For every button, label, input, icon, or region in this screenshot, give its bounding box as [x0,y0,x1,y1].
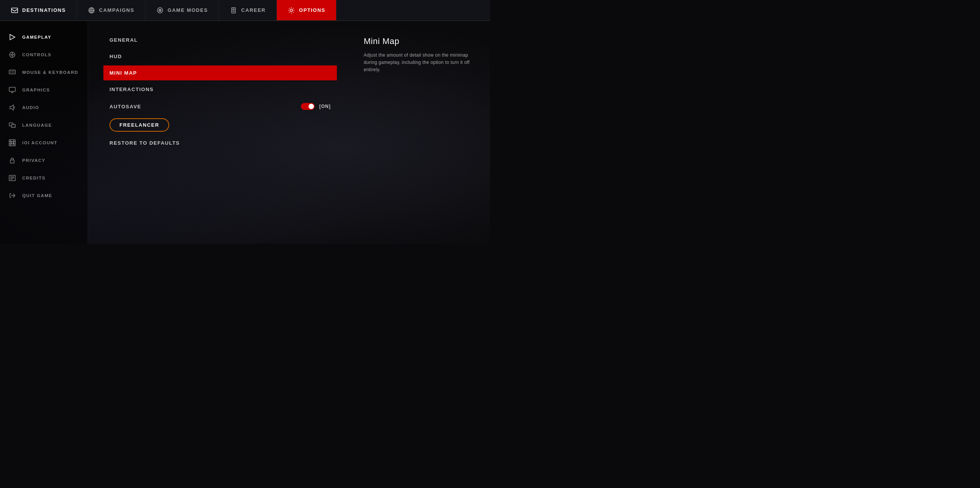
career-icon [230,7,237,14]
nav-career[interactable]: CAREER [219,0,277,20]
nav-game-modes[interactable]: GAME MODES [145,0,219,20]
sidebar-gameplay-label: GAMEPLAY [22,35,51,39]
autosave-toggle[interactable] [301,103,315,110]
options-label: OPTIONS [299,7,325,13]
nav-destinations[interactable]: DESTINATIONS [0,0,77,20]
campaigns-icon [88,7,95,14]
menu-general[interactable]: GENERAL [103,33,337,47]
svg-marker-12 [10,34,15,40]
menu-autosave[interactable]: AUTOSAVE [ON] [103,98,337,114]
top-navigation: DESTINATIONS CAMPAIGNS GAME MODES [0,0,490,21]
sidebar-item-quit-game[interactable]: QUIT GAME [0,187,88,204]
graphics-icon [8,85,17,95]
sidebar-item-language[interactable]: LANGUAGE [0,117,88,134]
campaigns-label: CAMPAIGNS [99,7,134,13]
sidebar-audio-label: AUDIO [22,105,39,110]
menu-interactions[interactable]: INTERACTIONS [103,82,337,97]
credits-icon [8,173,17,183]
sidebar-item-privacy[interactable]: PRIVACY [0,152,88,169]
toggle-knob [309,104,314,109]
sidebar-item-credits[interactable]: CREDITS [0,170,88,186]
svg-rect-32 [9,140,15,146]
language-icon [8,121,17,130]
detail-description: Adjust the amount of detail show on the … [364,52,479,74]
sidebar-item-mouse-keyboard[interactable]: MOUSE & KEYBOARD [0,64,88,81]
options-icon [287,7,295,14]
sidebar-item-graphics[interactable]: GRAPHICS [0,82,88,98]
freelancer-wrapper: FREELANCER [103,116,337,134]
svg-marker-29 [10,105,13,110]
svg-point-7 [160,10,160,11]
main-content: GAMEPLAY CONTROLS [0,21,490,244]
destinations-icon [11,7,18,14]
autosave-state-label: [ON] [319,104,331,109]
sidebar-item-ioi-account[interactable]: IOI ACCOUNT [0,134,88,151]
svg-rect-19 [9,70,15,74]
sidebar-graphics-label: GRAPHICS [22,88,50,92]
autosave-toggle-container: [ON] [301,103,331,110]
quit-game-icon [8,191,17,200]
nav-campaigns[interactable]: CAMPAIGNS [77,0,145,20]
privacy-icon [8,156,17,165]
menu-restore-defaults[interactable]: RESTORE TO DEFAULTS [103,135,337,150]
sidebar-item-audio[interactable]: AUDIO [0,99,88,116]
svg-rect-26 [9,87,15,91]
destinations-label: DESTINATIONS [22,7,66,13]
sidebar-ioi-label: IOI ACCOUNT [22,140,57,145]
sidebar-controls-label: CONTROLS [22,52,52,57]
sidebar-quit-label: QUIT GAME [22,193,52,198]
middle-panel: GENERAL HUD MINI MAP INTERACTIONS AUTOSA… [88,21,352,244]
svg-point-33 [11,142,13,144]
menu-hud[interactable]: HUD [103,49,337,64]
svg-rect-38 [10,160,14,163]
menu-freelancer[interactable]: FREELANCER [109,118,169,132]
game-modes-icon [156,7,164,14]
svg-point-11 [290,9,292,11]
svg-rect-31 [11,124,15,127]
sidebar-mouse-keyboard-label: MOUSE & KEYBOARD [22,70,78,75]
sidebar-item-controls[interactable]: CONTROLS [0,46,88,63]
autosave-label: AUTOSAVE [109,104,141,109]
sidebar-credits-label: CREDITS [22,176,46,180]
sidebar-language-label: LANGUAGE [22,123,52,127]
detail-title: Mini Map [364,36,479,46]
menu-mini-map[interactable]: MINI MAP [103,65,337,80]
audio-icon [8,103,17,112]
sidebar-item-gameplay[interactable]: GAMEPLAY [0,29,88,46]
ioi-account-icon [8,138,17,147]
sidebar-privacy-label: PRIVACY [22,158,46,163]
career-label: CAREER [241,7,266,13]
right-panel: Mini Map Adjust the amount of detail sho… [352,21,490,244]
svg-point-14 [11,54,13,55]
svg-point-9 [233,9,234,10]
svg-rect-0 [11,8,18,13]
gameplay-icon [8,33,17,42]
mouse-keyboard-icon [8,68,17,77]
sidebar: GAMEPLAY CONTROLS [0,21,88,244]
nav-options[interactable]: OPTIONS [277,0,336,20]
controls-icon [8,50,17,59]
game-modes-label: GAME MODES [168,7,208,13]
